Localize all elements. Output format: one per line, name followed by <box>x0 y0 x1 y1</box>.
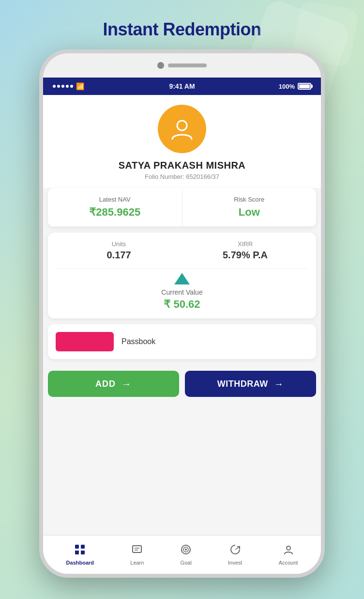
svg-point-12 <box>287 546 290 550</box>
dashboard-nav-label: Dashboard <box>66 560 94 566</box>
invest-icon <box>230 544 241 558</box>
profile-section: SATYA PRAKASH MISHRA Folio Number: 65201… <box>43 95 321 188</box>
passbook-label: Passbook <box>121 337 155 346</box>
risk-value: Low <box>190 206 309 219</box>
action-buttons: ADD → WITHDRAW → <box>48 365 316 403</box>
phone-screen: SATYA PRAKASH MISHRA Folio Number: 65201… <box>43 95 321 574</box>
passbook-section: Passbook <box>48 324 316 359</box>
status-left: 📶 <box>53 82 84 90</box>
battery-icon <box>298 83 311 90</box>
risk-label: Risk Score <box>190 196 309 203</box>
battery-fill <box>299 84 310 88</box>
battery-percentage: 100% <box>279 83 295 90</box>
current-value-amount: ₹ 50.62 <box>164 298 200 311</box>
current-value-label: Current Value <box>161 288 202 296</box>
withdraw-arrow-icon: → <box>274 378 284 390</box>
phone-frame: 📶 9:41 AM 100% SATYA PRAKASH MISHRA Foli… <box>39 49 325 578</box>
status-time: 9:41 AM <box>169 82 195 90</box>
folio-value: 6520166/37 <box>186 173 219 180</box>
nav-item-goal[interactable]: Goal <box>175 540 197 569</box>
add-label: ADD <box>95 379 116 389</box>
stats-row: Latest NAV ₹285.9625 Risk Score Low <box>48 188 316 227</box>
learn-nav-label: Learn <box>130 560 144 566</box>
svg-rect-2 <box>81 545 85 549</box>
units-label: Units <box>56 240 182 248</box>
nav-label: Latest NAV <box>56 196 174 203</box>
volume-up-button <box>39 141 40 165</box>
status-bar: 📶 9:41 AM 100% <box>43 78 321 95</box>
xirr-label: XIRR <box>182 240 308 248</box>
portfolio-card: Units 0.177 XIRR 5.79% P.A Current Value… <box>48 233 316 318</box>
camera <box>157 62 164 69</box>
units-value: 0.177 <box>56 250 182 261</box>
nav-cell: Latest NAV ₹285.9625 <box>48 188 182 226</box>
svg-rect-3 <box>75 551 79 554</box>
user-name: SATYA PRAKASH MISHRA <box>119 160 246 171</box>
folio-label: Folio Number: <box>145 173 184 180</box>
portfolio-row: Units 0.177 XIRR 5.79% P.A <box>56 240 308 261</box>
current-value-section: Current Value ₹ 50.62 <box>56 268 308 311</box>
power-button <box>324 150 325 184</box>
svg-point-10 <box>185 549 187 551</box>
nav-item-invest[interactable]: Invest <box>222 540 248 569</box>
signal-dots <box>53 85 73 88</box>
svg-rect-4 <box>81 551 85 554</box>
dashboard-icon <box>75 544 85 558</box>
bottom-navigation: Dashboard Learn <box>43 535 321 574</box>
trend-up-icon <box>174 273 190 284</box>
status-right: 100% <box>279 83 311 90</box>
volume-down-button <box>39 172 40 196</box>
learn-icon <box>132 544 142 558</box>
avatar <box>158 105 206 153</box>
folio-number: Folio Number: 6520166/37 <box>145 173 219 180</box>
speaker <box>168 63 207 67</box>
withdraw-button[interactable]: WITHDRAW → <box>185 371 316 397</box>
page-title: Instant Redemption <box>103 19 261 40</box>
passbook-tab-indicator <box>56 332 114 351</box>
add-arrow-icon: → <box>121 378 132 390</box>
risk-cell: Risk Score Low <box>182 188 317 226</box>
account-icon <box>283 544 294 558</box>
wifi-icon: 📶 <box>76 82 84 90</box>
stats-card: Latest NAV ₹285.9625 Risk Score Low <box>48 188 316 227</box>
account-nav-label: Account <box>279 560 298 566</box>
phone-top-bar <box>43 53 321 78</box>
nav-item-dashboard[interactable]: Dashboard <box>61 540 100 569</box>
nav-item-learn[interactable]: Learn <box>124 540 150 569</box>
svg-point-0 <box>177 121 187 130</box>
svg-rect-5 <box>133 546 141 552</box>
xirr-value: 5.79% P.A <box>182 250 308 261</box>
xirr-cell: XIRR 5.79% P.A <box>182 240 308 261</box>
units-cell: Units 0.177 <box>56 240 182 261</box>
nav-item-account[interactable]: Account <box>273 540 304 569</box>
invest-nav-label: Invest <box>228 560 242 566</box>
avatar-icon <box>170 117 194 141</box>
svg-rect-1 <box>75 545 79 549</box>
goal-nav-label: Goal <box>181 560 192 566</box>
add-button[interactable]: ADD → <box>48 371 179 397</box>
goal-icon <box>181 544 191 558</box>
withdraw-label: WITHDRAW <box>217 379 268 389</box>
nav-value: ₹285.9625 <box>56 206 174 219</box>
